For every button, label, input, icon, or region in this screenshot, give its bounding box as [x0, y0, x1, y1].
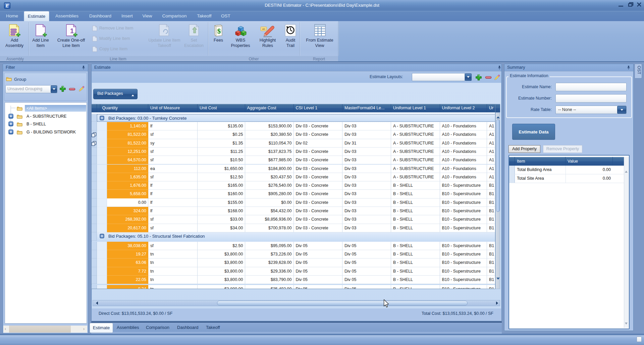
svg-text:ab: ab [262, 27, 265, 31]
svg-text:$: $ [217, 27, 221, 35]
